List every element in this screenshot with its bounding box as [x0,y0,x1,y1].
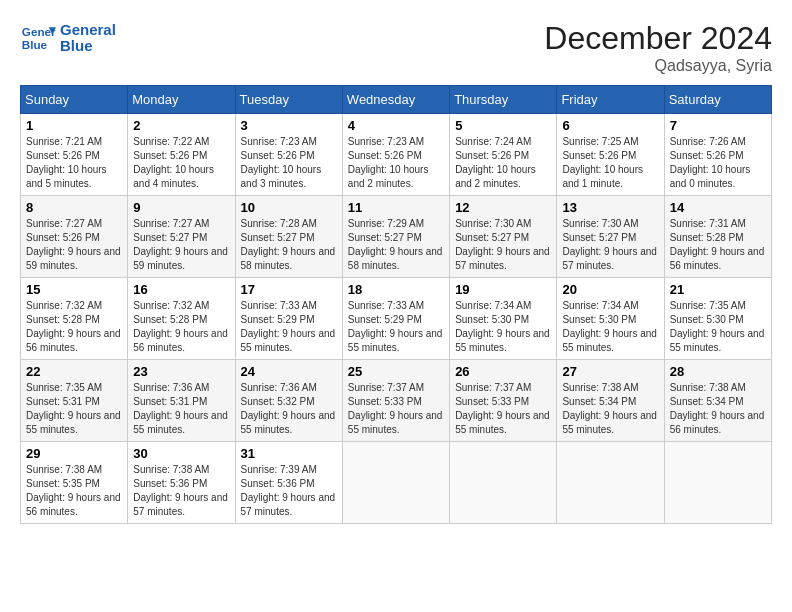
day-number: 22 [26,364,122,379]
calendar-day-cell: 31 Sunrise: 7:39 AMSunset: 5:36 PMDaylig… [235,442,342,524]
day-number: 1 [26,118,122,133]
calendar-day-cell [664,442,771,524]
svg-text:General: General [22,25,56,38]
calendar-day-cell: 28 Sunrise: 7:38 AMSunset: 5:34 PMDaylig… [664,360,771,442]
day-detail: Sunrise: 7:34 AMSunset: 5:30 PMDaylight:… [455,300,550,353]
location: Qadsayya, Syria [544,57,772,75]
calendar-day-cell: 23 Sunrise: 7:36 AMSunset: 5:31 PMDaylig… [128,360,235,442]
day-detail: Sunrise: 7:38 AMSunset: 5:34 PMDaylight:… [670,382,765,435]
day-detail: Sunrise: 7:38 AMSunset: 5:35 PMDaylight:… [26,464,121,517]
day-number: 3 [241,118,337,133]
day-number: 6 [562,118,658,133]
month-year: December 2024 [544,20,772,57]
weekday-header-cell: Wednesday [342,86,449,114]
day-number: 29 [26,446,122,461]
day-number: 15 [26,282,122,297]
calendar-day-cell: 25 Sunrise: 7:37 AMSunset: 5:33 PMDaylig… [342,360,449,442]
calendar-week-row: 15 Sunrise: 7:32 AMSunset: 5:28 PMDaylig… [21,278,772,360]
calendar-day-cell [557,442,664,524]
day-number: 16 [133,282,229,297]
day-number: 7 [670,118,766,133]
day-detail: Sunrise: 7:32 AMSunset: 5:28 PMDaylight:… [133,300,228,353]
day-number: 27 [562,364,658,379]
day-detail: Sunrise: 7:32 AMSunset: 5:28 PMDaylight:… [26,300,121,353]
day-number: 25 [348,364,444,379]
logo-icon: General Blue [20,20,56,56]
calendar-week-row: 1 Sunrise: 7:21 AMSunset: 5:26 PMDayligh… [21,114,772,196]
calendar-day-cell: 4 Sunrise: 7:23 AMSunset: 5:26 PMDayligh… [342,114,449,196]
calendar-day-cell: 24 Sunrise: 7:36 AMSunset: 5:32 PMDaylig… [235,360,342,442]
calendar-body: 1 Sunrise: 7:21 AMSunset: 5:26 PMDayligh… [21,114,772,524]
calendar-day-cell: 8 Sunrise: 7:27 AMSunset: 5:26 PMDayligh… [21,196,128,278]
calendar-day-cell: 7 Sunrise: 7:26 AMSunset: 5:26 PMDayligh… [664,114,771,196]
calendar-week-row: 8 Sunrise: 7:27 AMSunset: 5:26 PMDayligh… [21,196,772,278]
weekday-header-row: SundayMondayTuesdayWednesdayThursdayFrid… [21,86,772,114]
calendar-day-cell: 26 Sunrise: 7:37 AMSunset: 5:33 PMDaylig… [450,360,557,442]
weekday-header-cell: Monday [128,86,235,114]
day-detail: Sunrise: 7:38 AMSunset: 5:34 PMDaylight:… [562,382,657,435]
day-number: 13 [562,200,658,215]
page-header: General Blue General Blue December 2024 … [20,20,772,75]
calendar-day-cell [342,442,449,524]
day-detail: Sunrise: 7:39 AMSunset: 5:36 PMDaylight:… [241,464,336,517]
title-block: December 2024 Qadsayya, Syria [544,20,772,75]
logo: General Blue General Blue [20,20,116,56]
day-detail: Sunrise: 7:30 AMSunset: 5:27 PMDaylight:… [455,218,550,271]
day-number: 28 [670,364,766,379]
calendar-day-cell: 3 Sunrise: 7:23 AMSunset: 5:26 PMDayligh… [235,114,342,196]
weekday-header-cell: Tuesday [235,86,342,114]
day-detail: Sunrise: 7:27 AMSunset: 5:27 PMDaylight:… [133,218,228,271]
day-number: 10 [241,200,337,215]
calendar-day-cell: 10 Sunrise: 7:28 AMSunset: 5:27 PMDaylig… [235,196,342,278]
day-detail: Sunrise: 7:35 AMSunset: 5:30 PMDaylight:… [670,300,765,353]
calendar-day-cell: 27 Sunrise: 7:38 AMSunset: 5:34 PMDaylig… [557,360,664,442]
day-number: 18 [348,282,444,297]
day-number: 4 [348,118,444,133]
calendar-day-cell: 11 Sunrise: 7:29 AMSunset: 5:27 PMDaylig… [342,196,449,278]
calendar-day-cell: 29 Sunrise: 7:38 AMSunset: 5:35 PMDaylig… [21,442,128,524]
calendar-day-cell: 5 Sunrise: 7:24 AMSunset: 5:26 PMDayligh… [450,114,557,196]
weekday-header-cell: Friday [557,86,664,114]
day-number: 30 [133,446,229,461]
day-number: 21 [670,282,766,297]
day-number: 2 [133,118,229,133]
calendar-week-row: 22 Sunrise: 7:35 AMSunset: 5:31 PMDaylig… [21,360,772,442]
day-detail: Sunrise: 7:27 AMSunset: 5:26 PMDaylight:… [26,218,121,271]
calendar-day-cell: 21 Sunrise: 7:35 AMSunset: 5:30 PMDaylig… [664,278,771,360]
calendar-day-cell: 6 Sunrise: 7:25 AMSunset: 5:26 PMDayligh… [557,114,664,196]
day-number: 23 [133,364,229,379]
day-number: 17 [241,282,337,297]
day-number: 19 [455,282,551,297]
calendar-week-row: 29 Sunrise: 7:38 AMSunset: 5:35 PMDaylig… [21,442,772,524]
day-detail: Sunrise: 7:23 AMSunset: 5:26 PMDaylight:… [241,136,322,189]
day-number: 31 [241,446,337,461]
svg-text:Blue: Blue [22,38,48,51]
day-detail: Sunrise: 7:35 AMSunset: 5:31 PMDaylight:… [26,382,121,435]
day-detail: Sunrise: 7:25 AMSunset: 5:26 PMDaylight:… [562,136,643,189]
day-detail: Sunrise: 7:29 AMSunset: 5:27 PMDaylight:… [348,218,443,271]
day-detail: Sunrise: 7:33 AMSunset: 5:29 PMDaylight:… [348,300,443,353]
day-number: 24 [241,364,337,379]
calendar-day-cell: 30 Sunrise: 7:38 AMSunset: 5:36 PMDaylig… [128,442,235,524]
calendar-day-cell [450,442,557,524]
day-detail: Sunrise: 7:37 AMSunset: 5:33 PMDaylight:… [455,382,550,435]
day-number: 14 [670,200,766,215]
day-detail: Sunrise: 7:36 AMSunset: 5:31 PMDaylight:… [133,382,228,435]
day-number: 11 [348,200,444,215]
day-detail: Sunrise: 7:36 AMSunset: 5:32 PMDaylight:… [241,382,336,435]
day-number: 12 [455,200,551,215]
calendar-day-cell: 15 Sunrise: 7:32 AMSunset: 5:28 PMDaylig… [21,278,128,360]
day-detail: Sunrise: 7:21 AMSunset: 5:26 PMDaylight:… [26,136,107,189]
day-detail: Sunrise: 7:24 AMSunset: 5:26 PMDaylight:… [455,136,536,189]
day-detail: Sunrise: 7:22 AMSunset: 5:26 PMDaylight:… [133,136,214,189]
day-number: 8 [26,200,122,215]
calendar-day-cell: 18 Sunrise: 7:33 AMSunset: 5:29 PMDaylig… [342,278,449,360]
weekday-header-cell: Sunday [21,86,128,114]
weekday-header-cell: Thursday [450,86,557,114]
day-number: 9 [133,200,229,215]
calendar-table: SundayMondayTuesdayWednesdayThursdayFrid… [20,85,772,524]
day-detail: Sunrise: 7:38 AMSunset: 5:36 PMDaylight:… [133,464,228,517]
calendar-day-cell: 9 Sunrise: 7:27 AMSunset: 5:27 PMDayligh… [128,196,235,278]
day-detail: Sunrise: 7:23 AMSunset: 5:26 PMDaylight:… [348,136,429,189]
calendar-day-cell: 19 Sunrise: 7:34 AMSunset: 5:30 PMDaylig… [450,278,557,360]
